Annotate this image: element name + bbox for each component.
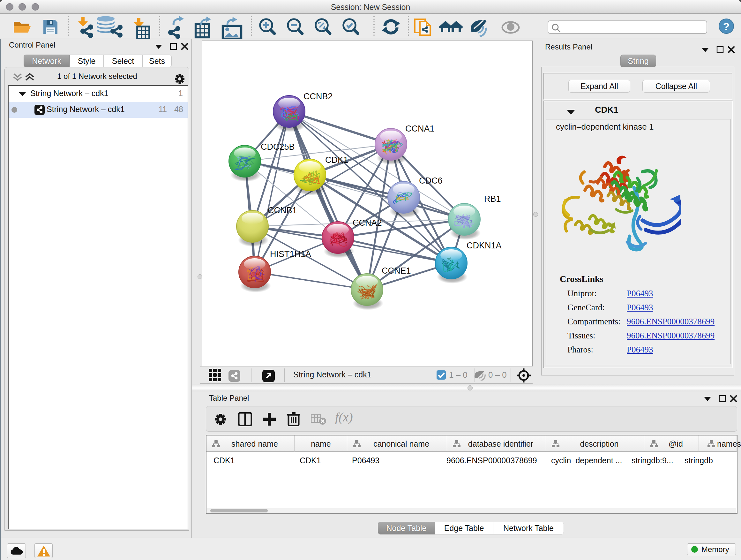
svg-text:CDC6: CDC6 [419, 176, 443, 186]
svg-text:CCNA1: CCNA1 [405, 124, 434, 133]
svg-text:RB1: RB1 [484, 194, 501, 204]
svg-text:CDK1: CDK1 [325, 155, 348, 165]
svg-text:CCNB2: CCNB2 [304, 91, 333, 101]
svg-text:CDC25B: CDC25B [261, 142, 295, 152]
svg-text:CDKN1A: CDKN1A [467, 241, 502, 250]
svg-text:HIST1H1A: HIST1H1A [270, 249, 311, 259]
svg-text:CCNB1: CCNB1 [268, 206, 297, 215]
svg-text:CCNA2: CCNA2 [353, 218, 382, 228]
svg-text:CCNE1: CCNE1 [382, 266, 411, 275]
